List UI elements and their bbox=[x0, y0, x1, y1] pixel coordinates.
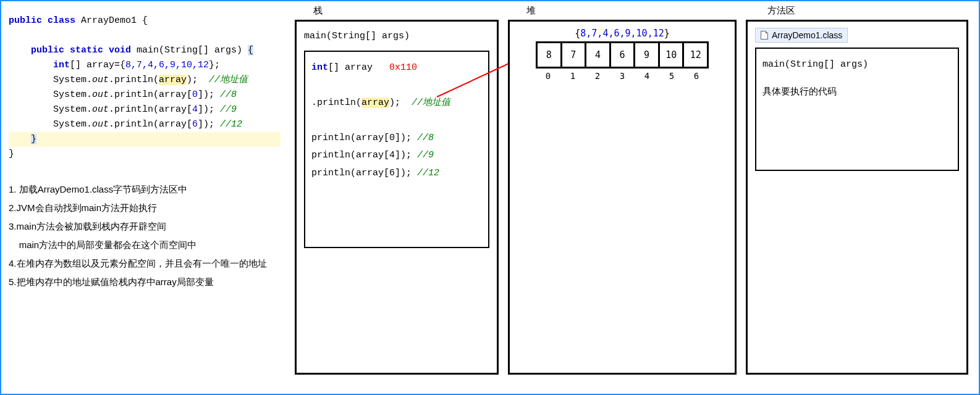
heap-literal-values: 8,7,4,6,9,10,12 bbox=[580, 28, 664, 39]
stack-println-open: .println( bbox=[311, 98, 361, 108]
p2-open: .println(array[ bbox=[109, 89, 192, 100]
diagram-container: 栈 堆 方法区 public class ArrayDemo1 { public… bbox=[0, 0, 980, 395]
stack-println-close: ); bbox=[389, 98, 400, 108]
stack-kw-int: int bbox=[311, 62, 328, 73]
note-2: 2.JVM会自动找到main方法开始执行 bbox=[9, 199, 281, 217]
note-4: 4.在堆内存为数组以及元素分配空间，并且会有一个唯一的地址 bbox=[9, 254, 281, 273]
out-2: out bbox=[92, 89, 109, 100]
heap-indices: 0 1 2 3 4 5 6 bbox=[536, 71, 709, 81]
method-area-frame: main(String[] args) 具体要执行的代码 bbox=[755, 48, 959, 171]
stack-line-3: println(array[6]); bbox=[311, 168, 417, 178]
p3-open: .println(array[ bbox=[109, 104, 192, 115]
array-cell: 12 bbox=[682, 43, 707, 67]
stack-line-1: println(array[0]); bbox=[311, 133, 417, 143]
p3-close: ]); bbox=[198, 104, 220, 115]
class-file-item: ArrayDemo1.class bbox=[755, 28, 848, 43]
array-cell: 8 bbox=[538, 43, 560, 67]
stack-cmt-addr: //地址值 bbox=[412, 98, 450, 108]
array-cell: 10 bbox=[658, 43, 683, 67]
stack-cmt-2: //9 bbox=[417, 150, 434, 160]
file-icon bbox=[761, 31, 768, 40]
index-cell: 4 bbox=[635, 71, 659, 81]
kw-public-static-void: public static void bbox=[31, 45, 131, 56]
array-cell: 4 bbox=[585, 43, 609, 67]
stack-box: main(String[] args) int[] array 0x110 .p… bbox=[295, 20, 499, 375]
array-decl-b: }; bbox=[209, 60, 220, 70]
heap-literal: {8,7,4,6,9,10,12} bbox=[517, 28, 727, 39]
brace-close-outer: } bbox=[9, 149, 14, 159]
index-cell: 1 bbox=[560, 71, 585, 81]
array-literal: 8,7,4,6,9,10,12 bbox=[125, 60, 209, 70]
p4-open: .println(array[ bbox=[109, 119, 192, 130]
class-name: ArrayDemo1 { bbox=[75, 15, 148, 26]
note-5: 5.把堆内存中的地址赋值给栈内存中array局部变量 bbox=[9, 273, 281, 291]
p1-close: ); bbox=[187, 75, 198, 85]
p2-prefix: System. bbox=[53, 89, 92, 100]
stack-line-2: println(array[4]); bbox=[311, 150, 417, 160]
stack-title: 栈 bbox=[313, 5, 323, 17]
cmt-addr-1: //地址值 bbox=[209, 75, 248, 85]
stack-frame: int[] array 0x110 .println(array); //地址值… bbox=[304, 51, 489, 248]
array-cell: 9 bbox=[633, 43, 658, 67]
brace-open: { bbox=[248, 45, 253, 56]
p4-close: ]); bbox=[198, 119, 220, 130]
array-cell: 6 bbox=[609, 43, 634, 67]
index-cell: 5 bbox=[659, 71, 684, 81]
brace-close-inner: } bbox=[31, 134, 36, 144]
kw-public-class: public class bbox=[9, 15, 75, 26]
note-3a: 3.main方法会被加载到栈内存开辟空间 bbox=[9, 217, 281, 236]
note-1: 1. 加载ArrayDemo1.class字节码到方法区中 bbox=[9, 180, 281, 199]
notes-list: 1. 加载ArrayDemo1.class字节码到方法区中 2.JVM会自动找到… bbox=[9, 180, 281, 291]
index-cell: 2 bbox=[585, 71, 610, 81]
stack-main-sig: main(String[] args) bbox=[304, 28, 489, 46]
class-file-name: ArrayDemo1.class bbox=[772, 30, 842, 40]
kw-int: int bbox=[53, 60, 70, 70]
out-3: out bbox=[92, 104, 109, 115]
out-1: out bbox=[92, 75, 109, 85]
method-area-box: ArrayDemo1.class main(String[] args) 具体要… bbox=[746, 20, 968, 375]
idx-6: 6 bbox=[192, 119, 198, 130]
heap-box: {8,7,4,6,9,10,12} 8 7 4 6 9 10 12 0 1 2 … bbox=[508, 20, 737, 375]
index-cell: 6 bbox=[684, 71, 709, 81]
stack-addr: 0x110 bbox=[389, 62, 417, 73]
index-cell: 0 bbox=[536, 71, 560, 81]
array-hl-1: array bbox=[159, 75, 187, 85]
main-signature: main(String[] args) bbox=[131, 45, 248, 56]
array-decl-a: [] array={ bbox=[70, 60, 125, 70]
cmt-9: //9 bbox=[220, 104, 237, 115]
method-body-text: 具体要执行的代码 bbox=[762, 83, 952, 101]
idx-4: 4 bbox=[192, 104, 198, 115]
out-4: out bbox=[92, 119, 109, 130]
method-area-title: 方法区 bbox=[767, 5, 795, 17]
p2-close: ]); bbox=[198, 89, 220, 100]
p1-prefix: System. bbox=[53, 75, 92, 85]
code-panel: public class ArrayDemo1 { public static … bbox=[9, 14, 281, 291]
cmt-8: //8 bbox=[220, 89, 237, 100]
idx-0: 0 bbox=[192, 89, 198, 100]
index-cell: 3 bbox=[610, 71, 635, 81]
heap-brace-close: } bbox=[664, 28, 670, 39]
array-cell: 7 bbox=[560, 43, 585, 67]
stack-cmt-1: //8 bbox=[417, 133, 434, 143]
note-3b: main方法中的局部变量都会在这个而空间中 bbox=[9, 236, 281, 254]
p3-prefix: System. bbox=[53, 104, 92, 115]
source-code: public class ArrayDemo1 { public static … bbox=[9, 14, 281, 162]
heap-array: 8 7 4 6 9 10 12 bbox=[536, 41, 709, 69]
stack-array-hl: array bbox=[361, 98, 389, 108]
p4-prefix: System. bbox=[53, 119, 92, 130]
method-main-sig: main(String[] args) bbox=[762, 56, 952, 74]
heap-title: 堆 bbox=[526, 5, 536, 17]
cmt-12: //12 bbox=[220, 119, 242, 130]
stack-cmt-3: //12 bbox=[417, 168, 439, 178]
stack-array-decl: [] array bbox=[328, 62, 373, 73]
p1-open: .println( bbox=[109, 75, 159, 85]
heap-brace-open: { bbox=[575, 28, 580, 39]
